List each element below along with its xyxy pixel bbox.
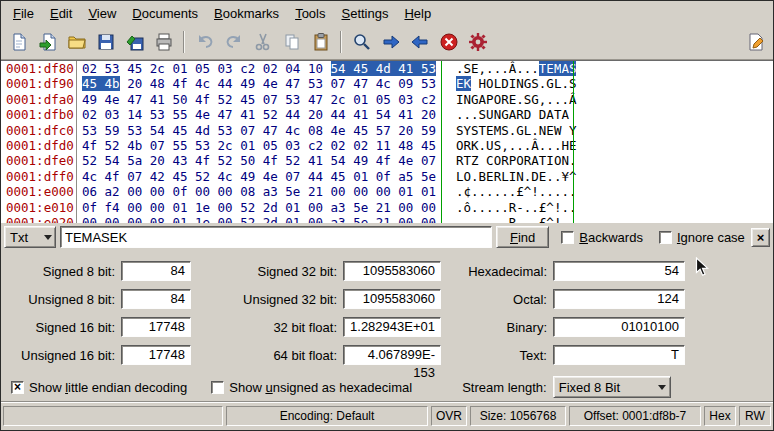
- decoder-label: Unsigned 8 bit:: [9, 292, 115, 307]
- menu-bookmarks[interactable]: Bookmarks: [206, 3, 287, 24]
- hex-offset: 0001:dfa0: [1, 92, 73, 107]
- decoder-value-field[interactable]: 84: [121, 261, 191, 281]
- little-endian-checkbox-box[interactable]: ×: [11, 381, 24, 394]
- hex-bytes[interactable]: 02 53 45 2c 01 05 03 c2 02 04 10 54 45 4…: [82, 61, 436, 76]
- menu-documents[interactable]: Documents: [124, 3, 206, 24]
- unsigned-hex-checkbox[interactable]: Show unsigned as hexadecimal: [211, 380, 412, 395]
- hex-row[interactable]: 0001:df9045 4b 20 48 4f 4c 44 49 4e 47 5…: [1, 76, 773, 91]
- hex-bytes[interactable]: 45 4b 20 48 4f 4c 44 49 4e 47 53 07 47 4…: [82, 76, 436, 91]
- backwards-checkbox-box[interactable]: [561, 231, 574, 244]
- insert-file-button[interactable]: [34, 29, 61, 56]
- decoder-value-field[interactable]: 1095583060: [343, 261, 441, 281]
- paste-button[interactable]: [307, 29, 334, 56]
- hex-row[interactable]: 0001:e02000 00 00 08 01 1e 00 52 2d 01 0…: [1, 215, 773, 223]
- hex-row[interactable]: 0001:dfc053 59 53 54 45 4d 53 07 47 4c 0…: [1, 123, 773, 138]
- find-toolbar-button[interactable]: [348, 29, 375, 56]
- hex-bytes[interactable]: 0f f4 00 00 01 1e 00 52 2d 01 00 a3 5e 2…: [82, 200, 436, 215]
- hex-bytes[interactable]: 02 03 14 53 55 4e 47 41 52 44 20 44 41 5…: [82, 107, 436, 122]
- hex-ascii[interactable]: .SE,...Â...TEMAS: [456, 61, 577, 76]
- insert-file-icon: [38, 32, 58, 52]
- redo-button[interactable]: [220, 29, 247, 56]
- hex-bytes[interactable]: 4f 52 4b 07 55 53 2c 01 05 03 c2 02 02 1…: [82, 138, 436, 153]
- new-document-icon: [9, 32, 29, 52]
- decoder-label: Unsigned 16 bit:: [9, 348, 115, 363]
- decoder-value-field[interactable]: 1095583060: [343, 289, 441, 309]
- hex-ascii[interactable]: LO.BERLIN.DE..¥^: [456, 169, 577, 184]
- hex-view[interactable]: 0001:df8002 53 45 2c 01 05 03 c2 02 04 1…: [1, 60, 773, 223]
- stop-button[interactable]: [435, 29, 462, 56]
- hex-row[interactable]: 0001:e0100f f4 00 00 01 1e 00 52 2d 01 0…: [1, 200, 773, 215]
- hex-row[interactable]: 0001:e00006 a2 00 00 0f 00 00 08 a3 5e 2…: [1, 184, 773, 199]
- new-document-button[interactable]: [5, 29, 32, 56]
- hex-ascii[interactable]: .......R-..£^!..: [456, 215, 577, 223]
- decoder-label: Text:: [447, 348, 547, 363]
- cut-button[interactable]: [249, 29, 276, 56]
- hex-ascii[interactable]: RTZ CORPORATION.: [456, 153, 577, 168]
- hex-bytes[interactable]: 00 00 00 08 01 1e 00 52 2d 01 00 a3 5e 2…: [82, 215, 436, 223]
- hex-row[interactable]: 0001:dfb002 03 14 53 55 4e 47 41 52 44 2…: [1, 107, 773, 122]
- decoder-value-field[interactable]: 84: [121, 289, 191, 309]
- hex-bytes[interactable]: 49 4e 47 41 50 4f 52 45 07 53 47 2c 01 0…: [82, 92, 436, 107]
- hex-bytes[interactable]: 4c 4f 07 42 45 52 4c 49 4e 07 44 45 01 0…: [82, 169, 436, 184]
- decoder-value-field[interactable]: 54: [553, 261, 685, 281]
- hex-row[interactable]: 0001:dfe052 54 5a 20 43 4f 52 50 4f 52 4…: [1, 153, 773, 168]
- hex-row[interactable]: 0001:df8002 53 45 2c 01 05 03 c2 02 04 1…: [1, 61, 773, 76]
- menu-help[interactable]: Help: [396, 3, 439, 24]
- hex-ascii[interactable]: .ô.....R-..£^!..: [456, 200, 577, 215]
- search-input[interactable]: [60, 226, 492, 248]
- save-button[interactable]: [92, 29, 119, 56]
- save-as-button[interactable]: [121, 29, 148, 56]
- decoder-value-field[interactable]: T: [553, 345, 685, 365]
- find-previous-button[interactable]: [406, 29, 433, 56]
- find-next-button[interactable]: [377, 29, 404, 56]
- ignore-case-checkbox[interactable]: Ignore case: [659, 230, 745, 245]
- backwards-checkbox[interactable]: Backwards: [561, 230, 643, 245]
- tools-button[interactable]: [464, 29, 491, 56]
- hex-ascii[interactable]: SYSTEMS.GL.NEW Y: [456, 123, 577, 138]
- close-search-button[interactable]: ×: [751, 228, 770, 247]
- hex-bytes[interactable]: 53 59 53 54 45 4d 53 07 47 4c 08 4e 45 5…: [82, 123, 436, 138]
- hex-ascii[interactable]: EK HOLDINGS.GL.S: [456, 76, 577, 91]
- decoder-value-field[interactable]: 124: [553, 289, 685, 309]
- stream-length-combo[interactable]: Fixed 8 Bit: [553, 376, 671, 398]
- find-button[interactable]: Find: [496, 226, 549, 248]
- copy-button[interactable]: [278, 29, 305, 56]
- hex-ascii[interactable]: INGAPORE.SG,...Â: [456, 92, 577, 107]
- hex-ascii[interactable]: ...SUNGARD DATA: [456, 107, 577, 122]
- decoder-value-field[interactable]: 17748: [121, 345, 191, 365]
- unsigned-hex-checkbox-box[interactable]: [211, 381, 224, 394]
- little-endian-checkbox[interactable]: × Show little endian decoding: [11, 380, 187, 395]
- redo-icon: [224, 32, 244, 52]
- hex-row[interactable]: 0001:dff04c 4f 07 42 45 52 4c 49 4e 07 4…: [1, 169, 773, 184]
- undo-button[interactable]: [191, 29, 218, 56]
- decoder-value-field[interactable]: 4.067899E-153: [343, 345, 441, 365]
- menu-settings[interactable]: Settings: [333, 3, 396, 24]
- hex-offset: 0001:e010: [1, 200, 73, 215]
- stop-icon: [439, 32, 459, 52]
- find-next-icon: [381, 32, 401, 52]
- open-file-button[interactable]: [63, 29, 90, 56]
- menu-edit[interactable]: Edit: [42, 3, 80, 24]
- hex-ascii[interactable]: ORK.US,...Â...HE: [456, 138, 577, 153]
- menu-file[interactable]: File: [5, 3, 42, 24]
- decoder-label: Signed 16 bit:: [9, 320, 115, 335]
- search-type-combo[interactable]: Txt: [4, 226, 56, 248]
- status-value-coding: Hex: [704, 406, 736, 426]
- mouse-cursor: [695, 257, 710, 278]
- hex-row[interactable]: 0001:dfd04f 52 4b 07 55 53 2c 01 05 03 c…: [1, 138, 773, 153]
- hex-row[interactable]: 0001:dfa049 4e 47 41 50 4f 52 45 07 53 4…: [1, 92, 773, 107]
- menubar: File Edit View Documents Bookmarks Tools…: [1, 1, 773, 25]
- ignore-case-checkbox-box[interactable]: [659, 231, 672, 244]
- hex-bytes[interactable]: 52 54 5a 20 43 4f 52 50 4f 52 41 54 49 4…: [82, 153, 436, 168]
- cut-icon: [253, 32, 273, 52]
- menu-tools[interactable]: Tools: [287, 3, 333, 24]
- decoder-value-field[interactable]: 1.282943E+01: [343, 317, 441, 337]
- hex-ascii[interactable]: .¢......£^!.....: [456, 184, 577, 199]
- hex-bytes[interactable]: 06 a2 00 00 0f 00 00 08 a3 5e 21 00 00 0…: [82, 184, 436, 199]
- decoder-value-field[interactable]: 01010100: [553, 317, 685, 337]
- decoder-label: Signed 32 bit:: [197, 264, 337, 279]
- edit-mode-button[interactable]: [742, 29, 769, 56]
- menu-view[interactable]: View: [80, 3, 124, 24]
- decoder-value-field[interactable]: 17748: [121, 317, 191, 337]
- print-button[interactable]: [150, 29, 177, 56]
